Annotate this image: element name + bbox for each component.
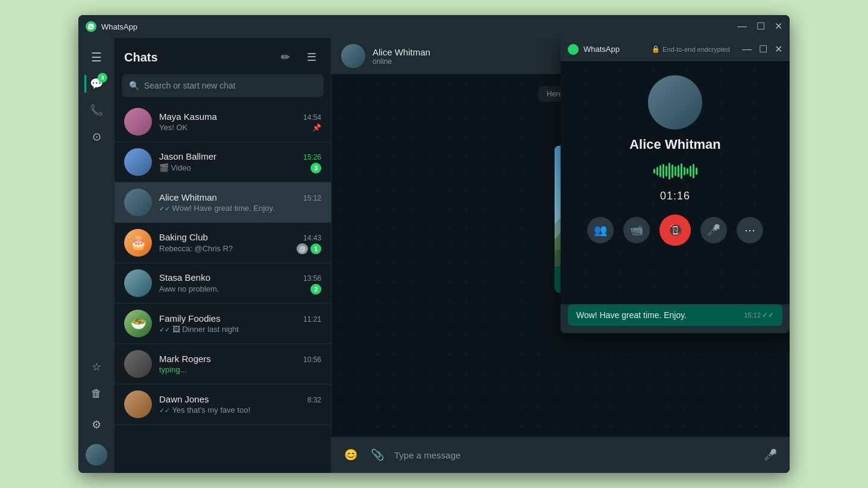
- chat-name-family: Family Foodies: [159, 313, 221, 324]
- wave-bar-15: [696, 167, 697, 175]
- call-title-bar: WhatsApp 🔒 End-to-end endcrypted — ☐ ✕: [561, 38, 790, 61]
- chat-preview-baking: Rebecca: @Chris R?: [159, 244, 297, 253]
- nav-starred-icon[interactable]: ☆: [84, 355, 108, 379]
- nav-status-icon[interactable]: ⊙: [84, 125, 108, 149]
- chat-item-dawn[interactable]: Dawn Jones 8:32 ✓✓ Yes that's my fave to…: [115, 384, 331, 425]
- wave-bar-5: [665, 166, 667, 177]
- chat-info-alice: Alice Whitman 15:12 ✓✓ Wow! Have great t…: [159, 192, 321, 213]
- call-close-btn[interactable]: ✕: [775, 45, 782, 54]
- chat-item-baking[interactable]: 🎂 Baking Club 14:43 Rebecca: @Chris R? @…: [115, 223, 331, 263]
- pin-icon-maya: 📌: [312, 124, 321, 132]
- unread-count-baking: 1: [310, 243, 321, 254]
- chat-info-maya: Maya Kasuma 14:54 Yes! OK 📌: [159, 111, 321, 132]
- chat-items: Maya Kasuma 14:54 Yes! OK 📌 Ja: [115, 102, 331, 473]
- call-preview-check: ✓✓: [762, 311, 774, 319]
- attach-button[interactable]: 📎: [368, 445, 387, 465]
- call-message-preview: Wow! Have great time. Enjoy. 15:12 ✓✓: [568, 304, 782, 326]
- nav-avatar[interactable]: [86, 444, 107, 466]
- unread-badge-baking: @: [297, 243, 308, 254]
- app-window: WhatsApp — ☐ ✕ ☰ 💬 3 📞 ⊙ ☆ 🗑 ⚙ C: [78, 15, 790, 473]
- call-minimize-btn[interactable]: —: [742, 45, 752, 54]
- chat-item-family[interactable]: 🥗 Family Foodies 11:21 ✓✓ 🖼 Dinner last …: [115, 304, 331, 344]
- nav-menu-icon[interactable]: ☰: [84, 45, 108, 69]
- chat-name-mark: Mark Rogers: [159, 354, 211, 364]
- call-video-button[interactable]: 📹: [623, 217, 650, 243]
- call-maximize-btn[interactable]: ☐: [759, 45, 767, 54]
- chat-time-mark: 10:56: [303, 355, 321, 364]
- search-bar: 🔍: [122, 74, 324, 97]
- unread-badge-stasa: 2: [310, 284, 321, 295]
- chat-time-baking: 14:43: [303, 234, 321, 242]
- chat-info-family: Family Foodies 11:21 ✓✓ 🖼 Dinner last ni…: [159, 313, 321, 334]
- minimize-button[interactable]: —: [737, 22, 747, 31]
- call-timer: 01:16: [660, 190, 690, 202]
- message-input[interactable]: [394, 450, 753, 460]
- chat-info-mark: Mark Rogers 10:56 typing...: [159, 354, 321, 374]
- whatsapp-logo: [86, 21, 96, 32]
- chat-item-stasa[interactable]: Stasa Benko 13:56 Aww no problem. 2: [115, 263, 331, 304]
- nav-chats-icon[interactable]: 💬 3: [84, 72, 108, 96]
- chat-preview-stasa: Aww no problem.: [159, 284, 310, 293]
- chat-info-baking: Baking Club 14:43 Rebecca: @Chris R? @ 1: [159, 232, 321, 254]
- chat-header-avatar[interactable]: [341, 44, 365, 68]
- avatar-baking: 🎂: [124, 229, 152, 257]
- emoji-button[interactable]: 😊: [341, 445, 360, 465]
- chat-name-jason: Jason Ballmer: [159, 151, 216, 161]
- wave-bar-4: [662, 164, 664, 178]
- wave-bar-2: [656, 167, 658, 175]
- chat-time-alice: 15:12: [303, 194, 321, 202]
- title-bar-app-name: WhatsApp: [101, 22, 732, 31]
- chat-main: Alice Whitman online 📹 📞 🔍 Here a... OK!…: [332, 38, 790, 473]
- nav-settings-icon[interactable]: ⚙: [84, 413, 108, 437]
- wave-bar-10: [681, 163, 682, 179]
- chat-time-dawn: 8:32: [307, 396, 321, 404]
- chat-name-dawn: Dawn Jones: [159, 394, 209, 404]
- filter-button[interactable]: ☰: [302, 48, 321, 67]
- chat-list-header: Chats ✏ ☰: [115, 38, 331, 72]
- chat-time-family: 11:21: [303, 315, 321, 324]
- call-mute-button[interactable]: 🎤: [700, 217, 727, 243]
- chat-preview-jason: 🎬 Video: [159, 163, 310, 172]
- chat-list-title: Chats: [124, 51, 158, 64]
- chat-preview-mark: typing...: [159, 365, 321, 374]
- chat-item-alice[interactable]: Alice Whitman 15:12 ✓✓ Wow! Have great t…: [115, 183, 331, 223]
- chat-info-jason: Jason Ballmer 15:26 🎬 Video 3: [159, 151, 321, 174]
- chat-time-stasa: 13:56: [303, 274, 321, 283]
- chat-input-bar: 😊 📎 🎤: [332, 437, 790, 473]
- chat-info-stasa: Stasa Benko 13:56 Aww no problem. 2: [159, 272, 321, 295]
- call-preview-time: 15:12 ✓✓: [744, 311, 774, 319]
- chat-time-maya: 14:54: [303, 113, 321, 122]
- chat-preview-alice: ✓✓ Wow! Have great time. Enjoy.: [159, 204, 321, 213]
- search-input[interactable]: [144, 81, 316, 90]
- maximize-button[interactable]: ☐: [756, 22, 765, 31]
- avatar-mark: [124, 350, 152, 378]
- chat-item-jason[interactable]: Jason Ballmer 15:26 🎬 Video 3: [115, 142, 331, 183]
- avatar-jason: [124, 148, 152, 176]
- app-body: ☰ 💬 3 📞 ⊙ ☆ 🗑 ⚙ Chats ✏ ☰: [78, 38, 790, 473]
- close-button[interactable]: ✕: [775, 22, 782, 31]
- nav-calls-icon[interactable]: 📞: [84, 98, 108, 122]
- call-end-button[interactable]: 📵: [659, 214, 691, 246]
- chat-list-panel: Chats ✏ ☰ 🔍 Maya Kasuma 14:54: [115, 38, 332, 473]
- active-indicator: [84, 75, 86, 93]
- avatar-stasa: [124, 269, 152, 297]
- call-avatar-image: [648, 75, 702, 130]
- chat-info-dawn: Dawn Jones 8:32 ✓✓ Yes that's my fave to…: [159, 394, 321, 414]
- avatar-dawn: [124, 390, 152, 418]
- call-more-button[interactable]: ⋯: [737, 217, 763, 243]
- mic-button[interactable]: 🎤: [761, 445, 780, 465]
- chat-item-maya[interactable]: Maya Kasuma 14:54 Yes! OK 📌: [115, 102, 331, 142]
- call-participants-button[interactable]: 👥: [587, 217, 614, 243]
- wave-bar-3: [659, 165, 661, 177]
- avatar-family: 🥗: [124, 310, 152, 337]
- chat-name-baking: Baking Club: [159, 232, 208, 242]
- chat-name-alice: Alice Whitman: [159, 192, 217, 202]
- chat-list-actions: ✏ ☰: [275, 48, 321, 67]
- chat-item-mark[interactable]: Mark Rogers 10:56 typing...: [115, 344, 331, 384]
- wave-bar-6: [668, 163, 670, 180]
- wave-bar-9: [678, 165, 679, 177]
- new-chat-button[interactable]: ✏: [275, 48, 295, 67]
- nav-archive-icon[interactable]: 🗑: [84, 381, 108, 405]
- lock-icon: 🔒: [652, 45, 660, 53]
- chat-time-jason: 15:26: [303, 153, 321, 161]
